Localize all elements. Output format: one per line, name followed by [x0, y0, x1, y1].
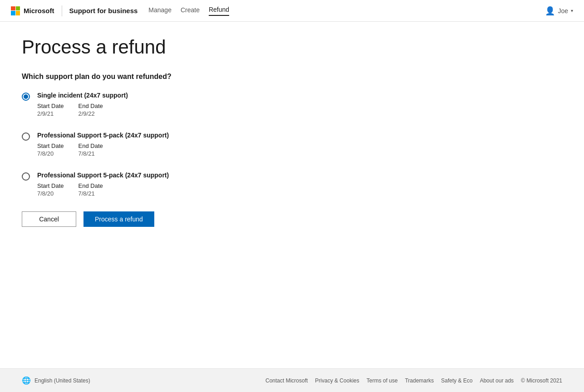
plan-name-1: Single incident (24x7 support) — [37, 92, 128, 99]
button-row: Cancel Process a refund — [22, 211, 387, 227]
radio-btn-3[interactable] — [22, 172, 30, 181]
ms-logo-grid — [11, 6, 20, 15]
main-content: Process a refund Which support plan do y… — [0, 22, 408, 368]
plan-details-1: Single incident (24x7 support) Start Dat… — [37, 92, 128, 117]
start-label-3: Start Date — [37, 182, 64, 189]
footer-copyright: © Microsoft 2021 — [521, 377, 562, 384]
page-title: Process a refund — [22, 36, 387, 58]
nav-manage[interactable]: Manage — [148, 6, 172, 15]
ms-logo-text: Microsoft — [24, 7, 54, 15]
plan-dates-3: Start Date 7/8/20 End Date 7/8/21 — [37, 182, 169, 197]
plan-option-3[interactable]: Professional Support 5-pack (24x7 suppor… — [22, 172, 387, 197]
start-date-group-1: Start Date 2/9/21 — [37, 103, 64, 117]
end-date-group-2: End Date 7/8/21 — [79, 142, 103, 157]
footer-safety[interactable]: Safety & Eco — [441, 377, 472, 384]
start-label-2: Start Date — [37, 142, 64, 149]
chevron-down-icon: ▾ — [571, 8, 573, 13]
process-refund-button[interactable]: Process a refund — [83, 211, 154, 227]
plan-name-3: Professional Support 5-pack (24x7 suppor… — [37, 172, 169, 179]
header: Microsoft Support for business Manage Cr… — [0, 0, 584, 22]
radio-btn-1[interactable] — [22, 93, 30, 101]
plan-dates-2: Start Date 7/8/20 End Date 7/8/21 — [37, 142, 169, 157]
footer-ads[interactable]: About our ads — [480, 377, 514, 384]
end-value-3: 7/8/21 — [79, 190, 103, 197]
nav-create[interactable]: Create — [181, 6, 200, 15]
language-label: English (United States) — [34, 377, 90, 384]
start-value-1: 2/9/21 — [37, 110, 64, 117]
footer: 🌐 English (United States) Contact Micros… — [0, 368, 584, 392]
end-value-2: 7/8/21 — [79, 150, 103, 157]
header-nav: Manage Create Refund — [148, 6, 545, 16]
footer-links: Contact Microsoft Privacy & Cookies Term… — [265, 377, 562, 384]
plan-name-2: Professional Support 5-pack (24x7 suppor… — [37, 132, 169, 139]
end-label-2: End Date — [79, 142, 103, 149]
nav-refund[interactable]: Refund — [209, 6, 229, 16]
end-label-3: End Date — [79, 182, 103, 189]
cancel-button[interactable]: Cancel — [22, 211, 76, 227]
header-user[interactable]: 👤 Joe ▾ — [545, 6, 573, 16]
start-value-3: 7/8/20 — [37, 190, 64, 197]
globe-icon: 🌐 — [22, 376, 31, 385]
plan-option-2[interactable]: Professional Support 5-pack (24x7 suppor… — [22, 132, 387, 157]
end-date-group-1: End Date 2/9/22 — [79, 103, 103, 117]
section-heading: Which support plan do you want refunded? — [22, 73, 387, 81]
plan-details-3: Professional Support 5-pack (24x7 suppor… — [37, 172, 169, 197]
header-divider — [62, 5, 62, 16]
plan-dates-1: Start Date 2/9/21 End Date 2/9/22 — [37, 103, 128, 117]
microsoft-logo[interactable]: Microsoft — [11, 6, 54, 15]
end-label-1: End Date — [79, 103, 103, 109]
plan-option-1[interactable]: Single incident (24x7 support) Start Dat… — [22, 92, 387, 117]
start-date-group-2: Start Date 7/8/20 — [37, 142, 64, 157]
end-value-1: 2/9/22 — [79, 110, 103, 117]
footer-trademarks[interactable]: Trademarks — [405, 377, 434, 384]
radio-btn-2[interactable] — [22, 132, 30, 141]
user-icon: 👤 — [545, 6, 555, 16]
footer-contact[interactable]: Contact Microsoft — [265, 377, 308, 384]
footer-terms[interactable]: Terms of use — [367, 377, 398, 384]
start-value-2: 7/8/20 — [37, 150, 64, 157]
end-date-group-3: End Date 7/8/21 — [79, 182, 103, 197]
user-name: Joe — [558, 7, 568, 15]
header-brand: Support for business — [69, 7, 138, 15]
start-date-group-3: Start Date 7/8/20 — [37, 182, 64, 197]
footer-language: 🌐 English (United States) — [22, 376, 90, 385]
start-label-1: Start Date — [37, 103, 64, 109]
plan-details-2: Professional Support 5-pack (24x7 suppor… — [37, 132, 169, 157]
footer-privacy[interactable]: Privacy & Cookies — [315, 377, 359, 384]
